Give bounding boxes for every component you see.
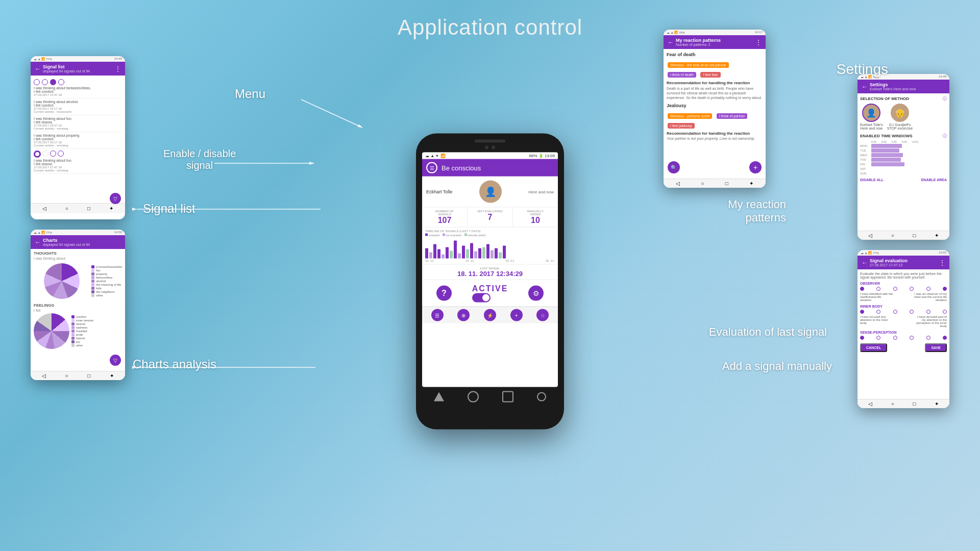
evaluation-label: Evaluation of last signal <box>709 325 827 339</box>
filter-button[interactable]: ▽ <box>110 193 121 204</box>
settings-label: Settings <box>837 61 888 78</box>
nav-list[interactable]: ☰ <box>431 309 444 321</box>
mini-acc[interactable]: ✦ <box>110 373 114 379</box>
bottom-nav: ☰ ⊕ ⚡ + ☆ <box>422 307 558 323</box>
signal-list-body: I was thinking about fantasies/ideas. I … <box>31 76 125 203</box>
mini-acc[interactable]: ✦ <box>109 206 113 211</box>
recents-button[interactable] <box>502 391 513 403</box>
back-icon[interactable]: ← <box>35 65 41 72</box>
add-signal-label: Add a signal manually <box>722 360 832 373</box>
charts-header: ← Charts displayed 94 signals out of 94 <box>31 235 125 249</box>
phone-camera-area <box>422 146 558 149</box>
status-battery: 88% 🔋 13:09 <box>529 154 555 158</box>
eval-panel: ☁ ▲ 📶 77%14:50 ← Signal evaluation 27.09… <box>857 250 949 408</box>
profile-name: Eckhart Tolle <box>426 189 452 194</box>
charts-arrow <box>127 347 326 388</box>
mini-back[interactable]: ◁ <box>42 373 46 379</box>
eval-header: ← Signal evaluation 27.09.2017 17:47:13 … <box>857 256 949 269</box>
list-item[interactable]: I was thinking about alcohol. I felt com… <box>34 98 122 115</box>
timeline-chart: TIMELINE OF SIGNALS (LAST 7 DAYS) evalua… <box>422 228 558 265</box>
mini-home[interactable]: ○ <box>701 181 704 186</box>
mini-home[interactable]: ○ <box>65 373 68 379</box>
eval-body: Evaluate the state in which you were jus… <box>857 269 949 357</box>
settings-body: SELECTION OF METHOD ⓘ 👤 Eckhart Tolle's … <box>857 93 949 184</box>
mini-acc[interactable]: ✦ <box>749 181 753 186</box>
mini-recents[interactable]: □ <box>87 373 90 379</box>
status-icons: ☁ ▲ ✦ 📶 <box>425 154 446 158</box>
stat-manually-added: MANUALLYADDED 10 <box>513 208 558 227</box>
phone-sensor <box>492 146 495 149</box>
list-item[interactable]: I was thinking about fun. I felt shame. … <box>34 115 122 132</box>
nav-add[interactable]: + <box>510 309 523 321</box>
active-section: ? ACTIVE ⚙ <box>422 280 558 307</box>
more-icon[interactable]: ⋮ <box>939 259 945 266</box>
sense-scale <box>860 336 947 340</box>
reaction-home-bar: ◁ ○ □ ✦ <box>664 179 766 188</box>
mini-recents[interactable]: □ <box>725 181 728 186</box>
reaction-actions: 🔍 + <box>664 161 766 173</box>
nav-star[interactable]: ☆ <box>536 309 549 321</box>
svg-line-1 <box>301 99 362 128</box>
signal-list-header: ← Signal list displayed 94 signals out o… <box>31 62 125 76</box>
back-button[interactable] <box>434 392 444 402</box>
selected-dot[interactable] <box>860 310 864 314</box>
profile-option-eckhart[interactable]: 👤 Eckhart Tolle's Here and now <box>860 104 883 130</box>
enable-disable-arrow <box>209 148 322 179</box>
charts-filter-button[interactable]: ▽ <box>110 355 121 366</box>
settings-header: ← Settings Eckhart Tolle's Here and now <box>857 80 949 93</box>
back-icon[interactable]: ← <box>862 83 868 90</box>
page-title: Application control <box>0 0 980 40</box>
main-phone: ☁ ▲ ✦ 📶 88% 🔋 13:09 ☰ Be conscious Eckha… <box>416 134 564 430</box>
signal-list-arrow <box>127 179 331 240</box>
reaction-arrow <box>692 204 794 235</box>
disable-all-button[interactable]: DISABLE ALL <box>860 178 884 182</box>
add-button[interactable]: + <box>749 161 762 173</box>
save-button[interactable]: SAVE <box>925 343 947 352</box>
list-item[interactable]: I was thinking about fun. I felt shame. … <box>34 149 122 174</box>
eval-home-bar: ◁ ○ □ ✦ <box>857 399 949 408</box>
selected-dot[interactable] <box>943 287 947 291</box>
home-button[interactable] <box>468 391 479 403</box>
phone-screen: ☁ ▲ ✦ 📶 88% 🔋 13:09 ☰ Be conscious Eckha… <box>422 153 558 387</box>
cancel-button[interactable]: CANCEL <box>860 343 887 352</box>
back-icon[interactable]: ← <box>668 39 674 46</box>
mini-back[interactable]: ◁ <box>676 181 680 186</box>
reaction-patterns-panel: ☁ ▲ 📶 76%10:17 ← My reaction patterns Nu… <box>664 30 766 188</box>
profile-options: 👤 Eckhart Tolle's Here and now 👴 G.I Gur… <box>860 104 947 130</box>
nav-chart[interactable]: ⊕ <box>457 309 470 321</box>
list-item[interactable]: I was thinking about fantasies/ideas. I … <box>34 78 122 98</box>
accessibility-button[interactable] <box>537 392 546 402</box>
list-item[interactable]: I was thinking about property. I felt co… <box>34 132 122 149</box>
more-icon[interactable]: ⋮ <box>755 39 762 46</box>
mini-home[interactable]: ○ <box>65 206 68 211</box>
search-button[interactable]: 🔍 <box>668 161 680 173</box>
stat-signals: NUMBER OFSIGNALS 107 <box>422 208 468 227</box>
profile-option-gurdjieff[interactable]: 👴 G.I Gurdjieff's STOP excercise <box>887 104 913 130</box>
phone-camera <box>485 146 488 149</box>
more-icon[interactable]: ⋮ <box>115 65 121 72</box>
charts-body: THOUGHTS I was thinking about a house/ho… <box>31 249 125 351</box>
settings-panel: ☁ ▲ 📶 78%14:48 ← Settings Eckhart Tolle'… <box>857 74 949 240</box>
help-button[interactable]: ? <box>436 286 452 301</box>
active-toggle[interactable] <box>472 293 491 303</box>
back-icon[interactable]: ← <box>862 259 868 266</box>
mini-home-bar: ◁ ○ □ ✦ <box>31 203 125 213</box>
inner-body-scale <box>860 310 947 314</box>
settings-button[interactable]: ⚙ <box>528 286 544 301</box>
mini-recents[interactable]: □ <box>87 206 90 211</box>
nav-signal[interactable]: ⚡ <box>484 309 496 321</box>
mini-back[interactable]: ◁ <box>42 206 46 211</box>
charts-home-bar: ◁ ○ □ ✦ <box>31 371 125 380</box>
observer-scale <box>860 287 947 291</box>
profile-area: Eckhart Tolle 👤 Here and now <box>422 177 558 208</box>
reaction-header: ← My reaction patterns Number of pattern… <box>664 35 766 49</box>
toggle-knob <box>482 294 489 302</box>
active-label: ACTIVE <box>472 284 508 293</box>
back-icon[interactable]: ← <box>35 239 41 246</box>
panel-status: ☁ ▲ 📶 77%14:49 <box>31 56 125 62</box>
enable-area-button[interactable]: ENABLE AREA <box>921 178 947 182</box>
status-bar: ☁ ▲ ✦ 📶 88% 🔋 13:09 <box>422 153 558 159</box>
info-icon[interactable]: ⓘ <box>943 96 947 102</box>
app-header: ☰ Be conscious <box>422 159 558 177</box>
menu-button[interactable]: ☰ <box>426 162 437 173</box>
